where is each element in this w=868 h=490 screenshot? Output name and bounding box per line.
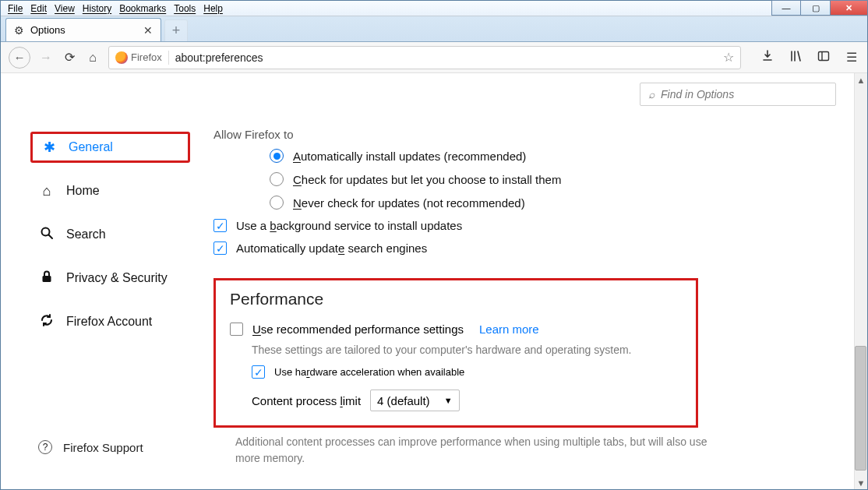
sidebar-item-label: Privacy & Security (66, 271, 168, 285)
checkbox-indicator (213, 219, 227, 232)
check-label: Use hardware acceleration when available (274, 366, 464, 378)
check-background-service[interactable]: Use a background service to install upda… (213, 219, 836, 232)
firefox-support-label: Firefox Support (63, 441, 143, 454)
content-process-select[interactable]: 4 (default) ▼ (370, 390, 459, 411)
sidebar-item-account[interactable]: Firefox Account (30, 306, 190, 337)
gear-icon: ✱ (41, 139, 58, 156)
downloads-icon[interactable] (760, 50, 775, 65)
performance-subtext: These settings are tailored to your comp… (252, 344, 682, 356)
radio-check-choose[interactable]: Check for updates but let you choose to … (270, 172, 836, 186)
tab-title: Options (30, 24, 137, 36)
scroll-thumb[interactable] (855, 346, 866, 471)
site-identity-label: Firefox (131, 51, 162, 63)
tab-close-icon[interactable]: ✕ (143, 24, 153, 37)
find-in-options-input[interactable]: ⌕ Find in Options (640, 83, 836, 106)
tab-strip: ⚙ Options ✕ + (1, 16, 867, 42)
radio-label: Never check for updates (not recommended… (293, 196, 525, 210)
site-identity[interactable]: Firefox (115, 51, 162, 64)
checkbox-indicator (213, 241, 227, 255)
content-process-label: Content process limit (252, 394, 361, 407)
firefox-support-link[interactable]: ? Firefox Support (38, 440, 143, 454)
lock-icon (38, 270, 55, 287)
back-button[interactable]: ← (9, 47, 30, 69)
sidebar-item-privacy[interactable]: Privacy & Security (30, 263, 190, 294)
radio-never-check[interactable]: Never check for updates (not recommended… (270, 196, 836, 210)
scroll-down-arrow[interactable]: ▼ (855, 476, 867, 489)
menu-history[interactable]: History (79, 2, 115, 15)
check-hardware-accel[interactable]: Use hardware acceleration when available (252, 365, 682, 379)
radio-label: Check for updates but let you choose to … (293, 173, 561, 186)
performance-heading: Performance (230, 290, 682, 308)
tab-options[interactable]: ⚙ Options ✕ (5, 18, 161, 41)
window-minimize-button[interactable]: — (771, 0, 801, 16)
address-bar[interactable]: Firefox about:preferences ☆ (108, 46, 741, 69)
menu-bar: File Edit View History Bookmarks Tools H… (1, 1, 867, 16)
forward-button[interactable]: → (38, 51, 54, 65)
checkbox-indicator (252, 365, 265, 379)
sync-icon (38, 312, 55, 332)
library-icon[interactable] (788, 50, 803, 65)
menu-bookmarks[interactable]: Bookmarks (115, 2, 170, 15)
menu-help[interactable]: Help (199, 2, 227, 15)
sidebar-item-label: Search (66, 227, 106, 241)
firefox-logo-icon (115, 51, 128, 64)
menu-edit[interactable]: Edit (26, 2, 51, 15)
check-label: Automatically update search engines (236, 241, 427, 255)
learn-more-link[interactable]: Learn more (479, 323, 539, 336)
check-label: Use recommended performance settings (252, 323, 464, 336)
vertical-scrollbar[interactable]: ▲ ▼ (854, 73, 867, 489)
select-value: 4 (default) (377, 394, 430, 407)
sidebar-item-search[interactable]: Search (30, 219, 190, 250)
window-maximize-button[interactable]: ▢ (801, 0, 831, 16)
preferences-main: ⌕ Find in Options Allow Firefox to Autom… (190, 73, 867, 489)
preferences-sidebar: ✱ General ⌂ Home Search Privacy & Securi… (1, 73, 190, 489)
sidebar-toggle-icon[interactable] (816, 50, 831, 65)
updates-heading-clipped: Allow Firefox to (213, 128, 836, 141)
check-use-recommended[interactable]: Use recommended performance settings (230, 323, 464, 336)
gear-icon: ⚙ (14, 24, 24, 37)
svg-rect-0 (819, 51, 829, 60)
new-tab-button[interactable]: + (164, 19, 188, 41)
home-icon: ⌂ (38, 183, 55, 199)
sidebar-item-label: Home (66, 184, 100, 198)
menu-view[interactable]: View (51, 2, 79, 15)
hamburger-menu-icon[interactable]: ☰ (844, 50, 859, 65)
reload-button[interactable]: ⟳ (62, 50, 77, 65)
sidebar-item-label: Firefox Account (66, 315, 152, 329)
navigation-toolbar: ← → ⟳ ⌂ Firefox about:preferences ☆ ☰ (1, 42, 867, 73)
radio-auto-install[interactable]: Automatically install updates (recommend… (270, 149, 836, 163)
chevron-down-icon: ▼ (444, 396, 453, 405)
check-auto-update-search[interactable]: Automatically update search engines (213, 241, 836, 255)
search-icon (38, 226, 55, 244)
radio-indicator (270, 196, 284, 210)
radio-indicator (270, 172, 284, 186)
address-divider (168, 51, 169, 65)
menu-tools[interactable]: Tools (170, 2, 199, 15)
svg-line-3 (49, 234, 53, 238)
check-label: Use a background service to install upda… (236, 219, 462, 232)
sidebar-item-label: General (69, 140, 113, 154)
checkbox-indicator (230, 323, 243, 336)
scroll-up-arrow[interactable]: ▲ (855, 73, 867, 86)
performance-footer: Additional content processes can improve… (235, 434, 734, 467)
find-placeholder: Find in Options (661, 88, 734, 100)
home-button[interactable]: ⌂ (85, 51, 101, 65)
help-icon: ? (38, 440, 52, 454)
performance-section: Performance Use recommended performance … (213, 278, 698, 428)
address-url[interactable]: about:preferences (175, 51, 717, 64)
sidebar-item-general[interactable]: ✱ General (30, 132, 190, 163)
search-icon: ⌕ (648, 88, 655, 100)
radio-indicator (270, 149, 284, 163)
bookmark-star-icon[interactable]: ☆ (723, 50, 734, 65)
svg-rect-4 (43, 276, 51, 282)
sidebar-item-home[interactable]: ⌂ Home (30, 175, 190, 206)
window-close-button[interactable]: ✕ (831, 0, 868, 16)
menu-file[interactable]: File (4, 2, 26, 15)
radio-label: Automatically install updates (recommend… (293, 150, 526, 163)
